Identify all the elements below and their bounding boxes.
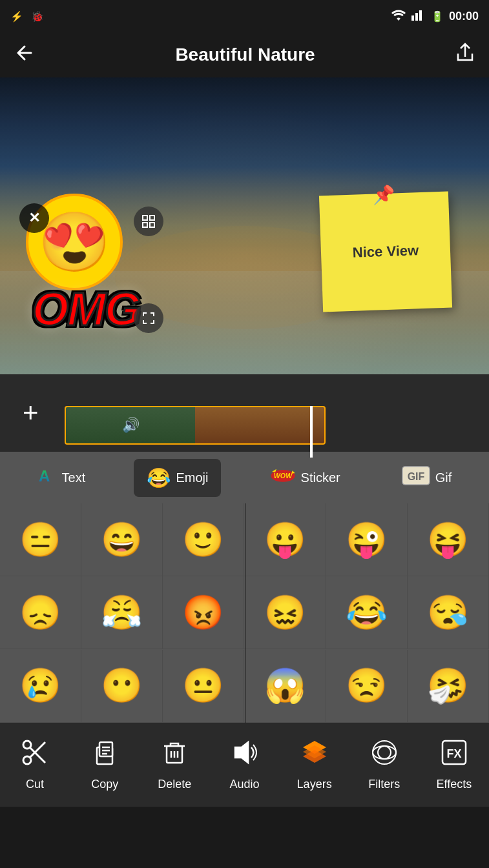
- timeline-clip-2[interactable]: [195, 407, 324, 443]
- svg-point-33: [373, 741, 396, 764]
- emoji-item-17[interactable]: 😒: [326, 650, 408, 723]
- emoji-item-11[interactable]: 😂: [326, 576, 408, 649]
- svg-point-34: [378, 746, 391, 759]
- delete-action[interactable]: Delete: [149, 738, 200, 791]
- svg-rect-1: [415, 13, 418, 21]
- bug-icon: 🐞: [31, 10, 44, 23]
- time-display: 00:00: [449, 10, 479, 23]
- tab-sticker[interactable]: WOW Sticker: [257, 458, 353, 498]
- emoji-item-7[interactable]: 😞: [0, 576, 81, 649]
- timeline-strip: 🔊: [65, 406, 326, 445]
- status-right-icons: 🔋 00:00: [391, 9, 479, 23]
- emoji-item-13[interactable]: 😢: [0, 650, 81, 723]
- svg-rect-0: [411, 15, 414, 21]
- emoji-item-8[interactable]: 😤: [81, 576, 163, 649]
- emoji-grid-wrapper: 😑 😄 🙂 😛 😜 😝 😞 😤 😡 😖 😂 😪 😢 😶 😐 😱 😒 🤧: [0, 503, 489, 723]
- postit-note[interactable]: Nice View: [319, 192, 452, 312]
- emoji-tab-icon: 😂: [147, 467, 171, 489]
- emoji-item-10[interactable]: 😖: [244, 576, 326, 649]
- omg-sticker[interactable]: OMG: [32, 283, 140, 336]
- emoji-item-1[interactable]: 😑: [0, 503, 81, 576]
- svg-rect-7: [150, 216, 154, 220]
- emoji-item-9[interactable]: 😡: [163, 576, 244, 649]
- sticker-resize-handle-top[interactable]: [134, 207, 163, 236]
- wifi-icon: [391, 9, 406, 23]
- emoji-item-6[interactable]: 😝: [408, 503, 489, 576]
- audio-action[interactable]: Audio: [218, 738, 270, 791]
- svg-text:WOW: WOW: [273, 472, 292, 479]
- emoji-item-16[interactable]: 😱: [244, 650, 326, 723]
- layers-label: Layers: [297, 778, 332, 791]
- svg-marker-29: [235, 742, 248, 763]
- audio-indicator: 🔊: [122, 417, 140, 434]
- effects-label: Effects: [437, 778, 472, 791]
- top-bar: Beautiful Nature: [0, 32, 489, 77]
- tab-sticker-label: Sticker: [301, 470, 340, 485]
- copy-icon: [90, 738, 119, 772]
- filters-action[interactable]: Filters: [359, 738, 410, 791]
- cut-action[interactable]: Cut: [9, 738, 61, 791]
- svg-rect-8: [143, 223, 147, 227]
- layers-action[interactable]: Layers: [289, 738, 340, 791]
- tab-emoji-label: Emoji: [176, 470, 208, 485]
- audio-label: Audio: [229, 778, 259, 791]
- svg-rect-9: [150, 223, 154, 227]
- timeline-clip-1[interactable]: 🔊: [66, 407, 195, 443]
- emoji-item-15[interactable]: 😐: [163, 650, 244, 723]
- cut-icon: [21, 738, 49, 772]
- bottom-action-bar: Cut Copy Delete: [0, 723, 489, 807]
- toolbar-tabs: A Text 😂 Emoji WOW Sticker: [0, 452, 489, 503]
- effects-action[interactable]: FX Effects: [428, 738, 480, 791]
- timeline-area: + ▶ 🔊: [0, 374, 489, 452]
- tab-text[interactable]: A Text: [25, 458, 99, 498]
- sticker-tab-icon: WOW: [270, 466, 296, 490]
- filters-label: Filters: [368, 778, 400, 791]
- emoji-item-4[interactable]: 😛: [244, 503, 326, 576]
- emoji-item-3[interactable]: 🙂: [163, 503, 244, 576]
- tab-text-label: Text: [62, 470, 86, 485]
- svg-rect-6: [143, 216, 147, 220]
- postit-text: Nice View: [352, 242, 419, 261]
- layers-icon: [300, 738, 329, 772]
- add-clip-button[interactable]: +: [23, 398, 39, 429]
- emoji-item-14[interactable]: 😶: [81, 650, 163, 723]
- share-button[interactable]: [454, 42, 476, 68]
- emoji-item-5[interactable]: 😜: [326, 503, 408, 576]
- sticker-close-button[interactable]: ✕: [19, 203, 49, 233]
- copy-label: Copy: [91, 778, 118, 791]
- video-preview: ✕ 😍 OMG Nice View: [0, 77, 489, 374]
- effects-icon: FX: [440, 738, 468, 772]
- signal-icon: [411, 9, 426, 23]
- emoji-item-18[interactable]: 🤧: [408, 650, 489, 723]
- svg-text:A: A: [39, 467, 50, 485]
- svg-text:GIF: GIF: [407, 471, 424, 482]
- usb-icon: ⚡: [10, 10, 23, 23]
- tab-gif[interactable]: GIF Gif: [389, 458, 465, 498]
- tab-emoji[interactable]: 😂 Emoji: [134, 459, 221, 497]
- back-button[interactable]: [13, 41, 36, 69]
- playhead: [310, 406, 313, 458]
- filters-icon: [370, 738, 399, 772]
- tab-gif-label: Gif: [435, 470, 452, 485]
- cut-label: Cut: [26, 778, 44, 791]
- battery-icon: 🔋: [431, 10, 444, 23]
- emoji-item-12[interactable]: 😪: [408, 576, 489, 649]
- emoji-item-2[interactable]: 😄: [81, 503, 163, 576]
- delete-icon: [160, 738, 189, 772]
- svg-rect-2: [419, 10, 422, 21]
- gif-tab-icon: GIF: [402, 466, 430, 490]
- grid-divider: [245, 503, 246, 723]
- status-bar: ⚡ 🐞 🔋 00:00: [0, 0, 489, 32]
- audio-icon: [230, 738, 258, 772]
- delete-label: Delete: [158, 778, 191, 791]
- sticker-resize-handle-bottom[interactable]: [134, 303, 163, 333]
- svg-text:FX: FX: [446, 747, 461, 760]
- svg-point-35: [373, 746, 396, 759]
- page-title: Beautiful Nature: [175, 45, 315, 65]
- text-tab-icon: A: [37, 466, 57, 490]
- status-left-icons: ⚡ 🐞: [10, 10, 44, 23]
- copy-action[interactable]: Copy: [79, 738, 130, 791]
